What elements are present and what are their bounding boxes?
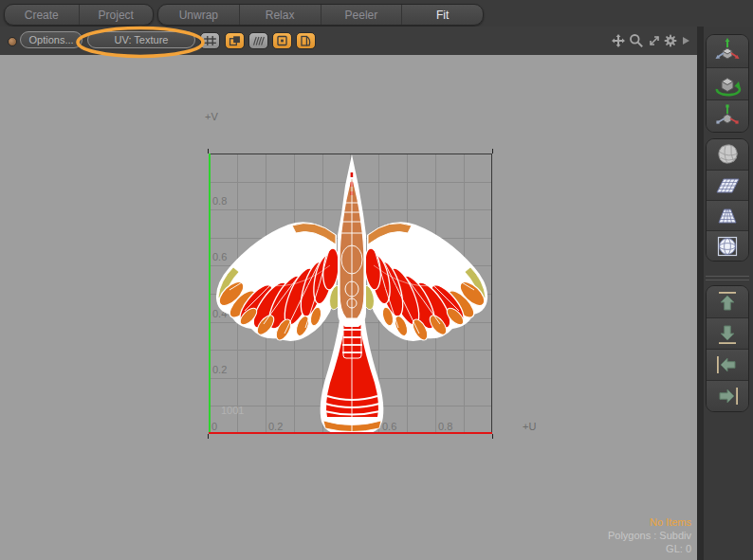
viewport-status: No Items Polygons : Subdiv GL: 0 bbox=[608, 515, 691, 555]
axis-v-line bbox=[209, 154, 211, 434]
uv-plane-icon bbox=[713, 172, 742, 200]
sidebar-divider bbox=[706, 276, 749, 280]
tab-fit[interactable]: Fit bbox=[401, 5, 483, 25]
align-right-button[interactable] bbox=[707, 380, 748, 411]
uv-peel-icon bbox=[713, 140, 742, 169]
align-top-button[interactable] bbox=[707, 286, 748, 317]
page-flip-icon bbox=[297, 32, 315, 49]
frame-icon-button[interactable] bbox=[200, 32, 220, 49]
wave-lines-icon bbox=[249, 32, 267, 49]
fit-view-button[interactable] bbox=[647, 33, 662, 48]
align-left-button[interactable] bbox=[707, 349, 748, 380]
square-target-button[interactable] bbox=[272, 32, 292, 49]
uv-projection-button[interactable] bbox=[707, 200, 748, 230]
uv-grid: 0.8 0.6 0.4 0.2 0 0.2 0.6 0.8 1001 bbox=[209, 154, 492, 434]
axis-u-line bbox=[209, 432, 492, 434]
align-bottom-button[interactable] bbox=[707, 317, 748, 349]
options-button[interactable]: Options... bbox=[20, 31, 83, 48]
top-toolbar: Create Project Unwrap Relax Peeler Fit bbox=[0, 0, 753, 27]
align-bottom-icon bbox=[713, 319, 742, 348]
uv-tool-group bbox=[706, 138, 749, 262]
tab-group-unwrap-fit: Unwrap Relax Peeler Fit bbox=[157, 4, 484, 26]
uv-sphere-icon bbox=[713, 232, 742, 261]
wave-lines-button[interactable] bbox=[248, 32, 268, 49]
tab-relax[interactable]: Relax bbox=[239, 5, 321, 25]
axis-u-label: +U bbox=[523, 421, 536, 432]
tab-create[interactable]: Create bbox=[5, 5, 79, 25]
tab-project[interactable]: Project bbox=[79, 5, 154, 25]
move-tool-button[interactable] bbox=[707, 35, 748, 67]
uv-sphere-button[interactable] bbox=[707, 230, 748, 261]
frame-icon bbox=[201, 32, 219, 49]
scale-tool-button[interactable] bbox=[707, 99, 748, 132]
right-sidebar bbox=[697, 27, 753, 560]
tab-unwrap[interactable]: Unwrap bbox=[158, 5, 239, 25]
move-tool-icon bbox=[713, 37, 742, 65]
status-dot bbox=[8, 37, 17, 46]
gear-icon bbox=[663, 33, 678, 48]
uv-projection-icon bbox=[713, 202, 742, 230]
pan-view-button[interactable] bbox=[611, 33, 626, 48]
uv-peel-button[interactable] bbox=[707, 139, 748, 170]
axis-v-label: +V bbox=[205, 111, 218, 122]
align-top-icon bbox=[713, 288, 742, 316]
tab-peeler[interactable]: Peeler bbox=[321, 5, 402, 25]
fit-view-icon bbox=[647, 33, 662, 48]
view-settings-button[interactable] bbox=[663, 33, 678, 48]
uv-viewport[interactable]: +V +U 0.8 0.6 0.4 0.2 0 0.2 0.6 0.8 1001 bbox=[0, 55, 697, 560]
rotate-tool-button[interactable] bbox=[707, 67, 748, 99]
uv-mesh-bird[interactable] bbox=[209, 154, 492, 434]
sidebar-edge bbox=[697, 27, 704, 560]
stacked-squares-icon bbox=[226, 32, 244, 49]
uv-toolbar: Options... UV: Texture bbox=[0, 27, 697, 55]
square-target-icon bbox=[273, 32, 291, 49]
align-tool-group bbox=[706, 285, 749, 412]
status-gl: GL: 0 bbox=[608, 542, 691, 555]
align-left-icon bbox=[713, 351, 742, 379]
rotate-tool-icon bbox=[713, 70, 742, 99]
uv-plane-button[interactable] bbox=[707, 170, 748, 200]
status-no-items: No Items bbox=[608, 515, 691, 529]
more-icon bbox=[681, 33, 690, 48]
align-right-icon bbox=[713, 382, 742, 410]
pan-icon bbox=[611, 33, 626, 48]
tab-group-create-project: Create Project bbox=[4, 4, 154, 26]
more-options-button[interactable] bbox=[681, 33, 690, 48]
transform-tool-group bbox=[706, 34, 749, 133]
page-flip-button[interactable] bbox=[296, 32, 316, 49]
uv-mode-dropdown[interactable]: UV: Texture bbox=[87, 31, 195, 48]
stacked-squares-button[interactable] bbox=[225, 32, 245, 49]
zoom-icon bbox=[629, 33, 644, 48]
scale-tool-icon bbox=[713, 102, 742, 131]
status-polygons: Polygons : Subdiv bbox=[608, 529, 691, 542]
modo-uv-editor-window: Create Project Unwrap Relax Peeler Fit O… bbox=[0, 0, 753, 560]
zoom-view-button[interactable] bbox=[629, 33, 644, 48]
